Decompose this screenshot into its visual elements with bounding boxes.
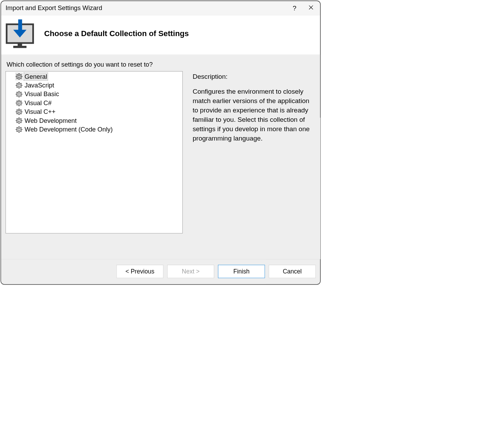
list-item-label: JavaScript (24, 82, 55, 89)
list-item[interactable]: Visual C# (6, 99, 182, 107)
list-item[interactable]: JavaScript (6, 81, 182, 90)
list-item[interactable]: Web Development (Code Only) (6, 125, 182, 134)
gear-icon (15, 73, 23, 80)
cancel-button[interactable]: Cancel (269, 265, 316, 278)
list-item[interactable]: Visual Basic (6, 90, 182, 98)
svg-rect-3 (18, 43, 22, 46)
description-text: Configures the environment to closely ma… (193, 87, 314, 143)
help-button[interactable]: ? (293, 4, 296, 12)
prompt-label: Which collection of settings do you want… (6, 61, 316, 68)
finish-button[interactable]: Finish (218, 265, 265, 278)
gear-icon (15, 117, 23, 124)
list-item-label: Web Development (Code Only) (24, 126, 113, 133)
wizard-footer: < Previous Next > Finish Cancel (1, 259, 320, 284)
gear-icon (15, 90, 23, 98)
titlebar: Import and Export Settings Wizard ? (1, 1, 320, 15)
list-item[interactable]: Visual C++ (6, 107, 182, 116)
list-item[interactable]: Web Development (6, 116, 182, 125)
svg-rect-5 (18, 19, 22, 31)
gear-icon (15, 99, 23, 107)
close-button[interactable] (309, 5, 313, 11)
settings-collection-list[interactable]: GeneralJavaScriptVisual BasicVisual C#Vi… (6, 71, 183, 233)
previous-button[interactable]: < Previous (116, 265, 163, 278)
list-item-label: Visual C# (24, 99, 52, 107)
description-panel: Description: Configures the environment … (193, 71, 316, 255)
gear-icon (15, 126, 23, 133)
titlebar-controls: ? (293, 4, 316, 12)
gear-icon (15, 108, 23, 116)
content-row: GeneralJavaScriptVisual BasicVisual C#Vi… (6, 71, 316, 255)
wizard-dialog: Import and Export Settings Wizard ? (1, 1, 321, 285)
svg-rect-4 (13, 46, 26, 48)
import-icon (5, 19, 35, 50)
list-item[interactable]: General (6, 72, 182, 81)
window-title: Import and Export Settings Wizard (6, 5, 293, 12)
list-item-label: Visual Basic (24, 90, 59, 98)
gear-icon (15, 82, 23, 89)
wizard-body: Which collection of settings do you want… (1, 55, 320, 259)
list-item-label: Web Development (24, 117, 77, 124)
description-heading: Description: (193, 73, 316, 81)
list-item-label: General (24, 73, 48, 80)
page-title: Choose a Default Collection of Settings (44, 29, 189, 38)
list-item-label: Visual C++ (24, 108, 56, 115)
close-icon (309, 5, 313, 10)
wizard-header: Choose a Default Collection of Settings (1, 16, 320, 55)
next-button[interactable]: Next > (167, 265, 214, 278)
